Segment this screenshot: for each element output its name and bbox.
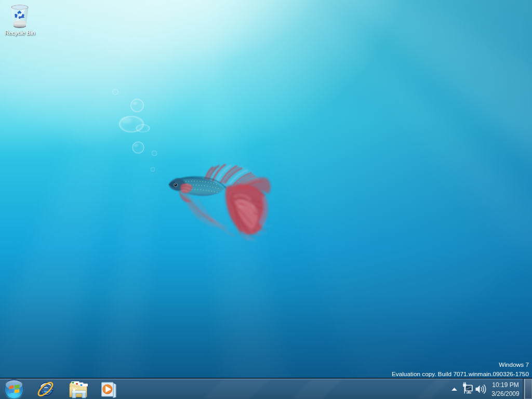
svg-text:Evaluation copy. Build 7071.wi: Evaluation copy. Build 7071.winmain.0903… bbox=[392, 370, 529, 378]
svg-text:10:19 PM: 10:19 PM bbox=[492, 381, 518, 389]
svg-text:Windows 7: Windows 7 bbox=[499, 361, 529, 368]
svg-text:Recycle Bin: Recycle Bin bbox=[5, 30, 35, 36]
svg-text:3/26/2009: 3/26/2009 bbox=[491, 390, 520, 397]
